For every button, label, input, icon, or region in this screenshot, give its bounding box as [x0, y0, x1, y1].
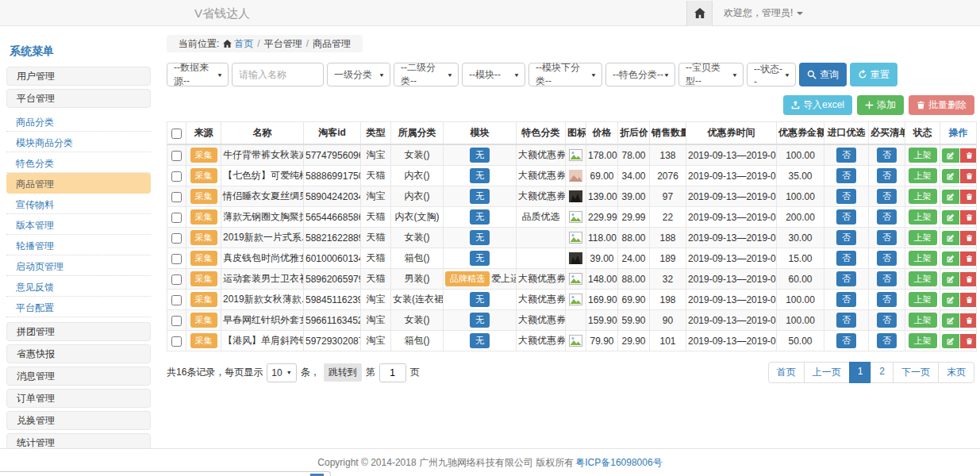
status-button[interactable]: 上架 — [909, 189, 937, 204]
delete-button[interactable] — [960, 313, 977, 328]
status-button[interactable]: 上架 — [909, 209, 937, 225]
icp-link[interactable]: 粤ICP备16098006号 — [575, 456, 662, 470]
delete-button[interactable] — [960, 169, 977, 183]
must-buy-toggle[interactable]: 否 — [877, 168, 897, 183]
sidebar-item[interactable]: 版本管理 — [6, 214, 151, 235]
status-button[interactable]: 上架 — [909, 313, 937, 328]
delete-button[interactable] — [960, 190, 977, 204]
import-select-toggle[interactable]: 否 — [836, 189, 856, 204]
delete-button[interactable] — [960, 272, 977, 286]
status-button[interactable]: 上架 — [909, 168, 937, 183]
page-button[interactable]: 2 — [870, 362, 894, 383]
edit-button[interactable] — [942, 313, 959, 328]
status-button[interactable]: 上架 — [909, 271, 937, 286]
page-button[interactable]: 1 — [849, 362, 872, 383]
sidebar-item[interactable]: 模块商品分类 — [6, 132, 151, 152]
import-excel-button[interactable]: 导入excel — [783, 95, 852, 115]
import-select-toggle[interactable]: 否 — [836, 148, 856, 163]
batch-delete-button[interactable]: 批量删除 — [909, 95, 974, 115]
row-checkbox[interactable] — [171, 336, 182, 347]
import-select-toggle[interactable]: 否 — [836, 168, 856, 183]
import-select-toggle[interactable]: 否 — [836, 209, 856, 225]
edit-button[interactable] — [942, 148, 959, 163]
reset-button[interactable]: 重置 — [850, 63, 897, 86]
import-select-toggle[interactable]: 否 — [836, 292, 856, 307]
import-select-toggle[interactable]: 否 — [836, 313, 856, 328]
import-select-toggle[interactable]: 否 — [836, 230, 856, 245]
status-button[interactable]: 上架 — [909, 251, 937, 266]
import-select-toggle[interactable]: 否 — [836, 251, 856, 266]
must-buy-toggle[interactable]: 否 — [877, 292, 897, 307]
row-checkbox[interactable] — [171, 295, 182, 305]
status-select[interactable]: --状态--▼ — [747, 63, 796, 86]
sidebar-item[interactable]: 平台配置 — [6, 297, 151, 317]
must-buy-toggle[interactable]: 否 — [877, 333, 897, 348]
row-checkbox[interactable] — [171, 254, 182, 264]
must-buy-toggle[interactable]: 否 — [877, 271, 897, 286]
edit-button[interactable] — [942, 251, 959, 266]
must-buy-toggle[interactable]: 否 — [877, 313, 897, 328]
sidebar-item[interactable]: 商品分类 — [6, 111, 151, 132]
row-checkbox[interactable] — [171, 171, 182, 182]
row-checkbox[interactable] — [171, 233, 182, 244]
sidebar-item[interactable]: 意见反馈 — [6, 276, 151, 297]
row-checkbox[interactable] — [171, 151, 182, 161]
import-select-toggle[interactable]: 否 — [836, 333, 856, 348]
sidebar-item[interactable]: 省惠快报 — [6, 344, 151, 363]
data-source-select[interactable]: --数据来源--▼ — [167, 63, 229, 86]
select-all-checkbox[interactable] — [171, 129, 182, 139]
row-checkbox[interactable] — [171, 192, 182, 202]
must-buy-toggle[interactable]: 否 — [877, 230, 897, 245]
row-checkbox[interactable] — [171, 316, 182, 326]
sidebar-item[interactable]: 启动页管理 — [6, 255, 151, 276]
must-buy-toggle[interactable]: 否 — [877, 148, 897, 163]
page-button[interactable]: 首页 — [768, 362, 805, 383]
user-menu[interactable]: 欢迎您，管理员! — [724, 6, 803, 20]
delete-button[interactable] — [960, 210, 977, 225]
row-checkbox[interactable] — [171, 213, 182, 223]
jump-page-input[interactable] — [379, 363, 406, 382]
level2-category-select[interactable]: --二级分类--▼ — [394, 63, 459, 86]
sidebar-item[interactable]: 用户管理 — [6, 67, 151, 86]
sidebar-item[interactable]: 宣传物料 — [6, 194, 151, 214]
delete-button[interactable] — [960, 334, 977, 348]
import-select-toggle[interactable]: 否 — [836, 271, 856, 286]
sidebar-item[interactable]: 拼团管理 — [6, 322, 151, 341]
add-button[interactable]: 添加 — [857, 95, 904, 115]
edit-button[interactable] — [942, 231, 959, 245]
status-button[interactable]: 上架 — [909, 333, 937, 348]
page-button[interactable]: 末页 — [938, 362, 974, 383]
row-checkbox[interactable] — [171, 274, 182, 285]
module-select[interactable]: --模块--▼ — [462, 63, 525, 86]
edit-button[interactable] — [942, 334, 959, 348]
name-search-input[interactable] — [232, 63, 324, 86]
breadcrumb-home-label[interactable]: 首页 — [234, 37, 253, 51]
breadcrumb-home-link[interactable]: 首页 — [223, 37, 253, 51]
delete-button[interactable] — [960, 293, 977, 307]
jump-button[interactable]: 跳转到 — [324, 363, 362, 382]
item-type-select[interactable]: --宝贝类型--▼ — [678, 63, 744, 86]
sidebar-item[interactable]: 兑换管理 — [6, 411, 151, 430]
edit-button[interactable] — [942, 293, 959, 307]
sidebar-item[interactable]: 订单管理 — [6, 389, 151, 408]
page-button[interactable]: 上一页 — [804, 362, 850, 383]
status-button[interactable]: 上架 — [909, 292, 937, 307]
must-buy-toggle[interactable]: 否 — [877, 189, 897, 204]
edit-button[interactable] — [942, 190, 959, 204]
sidebar-item[interactable]: 轮播管理 — [6, 235, 151, 255]
search-button[interactable]: 查询 — [799, 63, 847, 86]
edit-button[interactable] — [942, 169, 959, 183]
must-buy-toggle[interactable]: 否 — [877, 251, 897, 266]
level1-category-select[interactable]: 一级分类▼ — [327, 63, 390, 86]
delete-button[interactable] — [960, 231, 977, 245]
sidebar-item[interactable]: 平台管理 — [6, 89, 151, 108]
sidebar-item[interactable]: 商品管理 — [6, 173, 151, 194]
edit-button[interactable] — [942, 210, 959, 225]
sidebar-item[interactable]: 消息管理 — [6, 367, 151, 386]
status-button[interactable]: 上架 — [909, 148, 937, 163]
sidebar-item[interactable]: 特色分类 — [6, 152, 151, 173]
module-subcategory-select[interactable]: --模块下分类--▼ — [528, 63, 602, 86]
per-page-select[interactable]: 10 ▼ — [267, 363, 296, 382]
page-button[interactable]: 下一页 — [893, 362, 939, 383]
edit-button[interactable] — [942, 272, 959, 286]
